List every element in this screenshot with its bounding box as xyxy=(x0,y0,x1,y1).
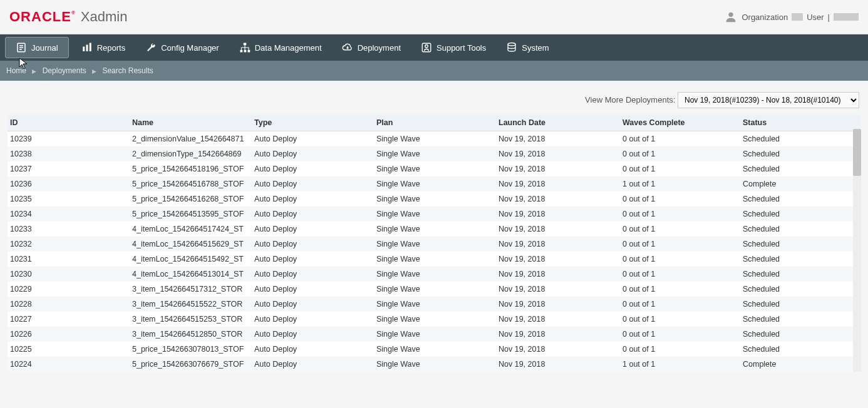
cell-type: Auto Deploy xyxy=(252,207,374,222)
view-more-row: View More Deployments: Nov 19, 2018(#102… xyxy=(0,87,868,115)
cell-plan: Single Wave xyxy=(374,191,496,207)
cell-id: 10234 xyxy=(8,207,130,222)
table-row[interactable]: 102273_item_1542664515253_STORAuto Deplo… xyxy=(8,312,860,327)
cell-id: 10236 xyxy=(8,176,130,191)
cell-plan: Single Wave xyxy=(374,267,496,282)
hierarchy-icon xyxy=(239,42,251,53)
wrench-icon xyxy=(145,42,157,53)
cell-waves: 0 out of 1 xyxy=(620,222,740,237)
cell-id: 10224 xyxy=(8,357,130,372)
table-row[interactable]: 102324_itemLoc_1542664515629_STAuto Depl… xyxy=(8,237,860,252)
cell-type: Auto Deploy xyxy=(252,222,374,237)
cell-status: Scheduled xyxy=(740,191,860,207)
cell-type: Auto Deploy xyxy=(252,191,374,207)
table-row[interactable]: 102255_price_1542663078013_STOFAuto Depl… xyxy=(8,342,860,357)
cell-type: Auto Deploy xyxy=(252,312,374,327)
cell-plan: Single Wave xyxy=(374,222,496,237)
nav-journal[interactable]: Journal xyxy=(5,37,69,58)
org-value-placeholder xyxy=(792,13,803,21)
nav-reports[interactable]: Reports xyxy=(71,34,136,61)
table-row[interactable]: 102263_item_1542664512850_STORAuto Deplo… xyxy=(8,327,860,342)
cell-waves: 0 out of 1 xyxy=(620,252,740,267)
cell-id: 10239 xyxy=(8,131,130,147)
table-row[interactable]: 102365_price_1542664516788_STOFAuto Depl… xyxy=(8,176,860,191)
cell-type: Auto Deploy xyxy=(252,237,374,252)
cell-type: Auto Deploy xyxy=(252,327,374,342)
cell-type: Auto Deploy xyxy=(252,161,374,176)
cell-status: Complete xyxy=(740,176,860,191)
cell-plan: Single Wave xyxy=(374,342,496,357)
cell-plan: Single Wave xyxy=(374,252,496,267)
cell-launch: Nov 19, 2018 xyxy=(496,222,620,237)
bar-chart-icon xyxy=(81,42,93,53)
cell-plan: Single Wave xyxy=(374,282,496,297)
breadcrumb-deployments[interactable]: Deployments xyxy=(43,66,86,75)
cell-type: Auto Deploy xyxy=(252,146,374,161)
view-more-select[interactable]: Nov 19, 2018(#10239) - Nov 18, 2018(#101… xyxy=(678,92,859,108)
svg-rect-8 xyxy=(243,43,246,46)
col-header-type[interactable]: Type xyxy=(252,115,374,131)
cell-status: Scheduled xyxy=(740,342,860,357)
cell-plan: Single Wave xyxy=(374,146,496,161)
table-row[interactable]: 102283_item_1542664515522_STORAuto Deplo… xyxy=(8,297,860,312)
col-header-status[interactable]: Status xyxy=(740,115,860,131)
nav-deployment[interactable]: Deployment xyxy=(332,34,411,61)
table-row[interactable]: 102392_dimensionValue_1542664871Auto Dep… xyxy=(8,131,860,147)
cell-launch: Nov 19, 2018 xyxy=(496,176,620,191)
cell-launch: Nov 19, 2018 xyxy=(496,327,620,342)
col-header-id[interactable]: ID xyxy=(8,115,130,131)
table-body: 102392_dimensionValue_1542664871Auto Dep… xyxy=(8,131,860,372)
col-header-launch[interactable]: Launch Date xyxy=(496,115,620,131)
nav-data-management[interactable]: Data Management xyxy=(229,34,332,61)
cell-waves: 1 out of 1 xyxy=(620,176,740,191)
cell-id: 10238 xyxy=(8,146,130,161)
cell-name: 3_item_1542664517312_STOR xyxy=(130,282,252,297)
table-row[interactable]: 102245_price_1542663076679_STOFAuto Depl… xyxy=(8,357,860,372)
nav-support-tools[interactable]: Support Tools xyxy=(411,34,496,61)
cell-id: 10233 xyxy=(8,222,130,237)
table-row[interactable]: 102355_price_1542664516268_STOFAuto Depl… xyxy=(8,191,860,207)
cell-status: Complete xyxy=(740,357,860,372)
user-sep: | xyxy=(828,13,830,22)
table-row[interactable]: 102334_itemLoc_1542664517424_STAuto Depl… xyxy=(8,222,860,237)
cell-launch: Nov 19, 2018 xyxy=(496,252,620,267)
breadcrumb-home[interactable]: Home xyxy=(6,66,26,75)
cell-launch: Nov 19, 2018 xyxy=(496,146,620,161)
cell-waves: 0 out of 1 xyxy=(620,161,740,176)
col-header-waves[interactable]: Waves Complete xyxy=(620,115,740,131)
cell-waves: 0 out of 1 xyxy=(620,207,740,222)
nav-config-manager[interactable]: Config Manager xyxy=(135,34,229,61)
table-row[interactable]: 102382_dimensionType_1542664869Auto Depl… xyxy=(8,146,860,161)
cell-id: 10225 xyxy=(8,342,130,357)
svg-rect-11 xyxy=(247,50,250,53)
svg-rect-10 xyxy=(244,50,246,53)
cell-name: 4_itemLoc_1542664515629_ST xyxy=(130,237,252,252)
cell-launch: Nov 19, 2018 xyxy=(496,131,620,147)
support-icon xyxy=(421,42,432,53)
cell-status: Scheduled xyxy=(740,161,860,176)
nav-system[interactable]: System xyxy=(496,34,559,61)
cell-plan: Single Wave xyxy=(374,161,496,176)
user-area: Organization User | xyxy=(724,10,859,24)
cell-plan: Single Wave xyxy=(374,176,496,191)
table-row[interactable]: 102293_item_1542664517312_STORAuto Deplo… xyxy=(8,282,860,297)
cell-name: 4_itemLoc_1542664517424_ST xyxy=(130,222,252,237)
breadcrumb: Home ▶ Deployments ▶ Search Results xyxy=(0,61,868,81)
cell-status: Scheduled xyxy=(740,207,860,222)
table-row[interactable]: 102304_itemLoc_1542664513014_STAuto Depl… xyxy=(8,267,860,282)
col-header-plan[interactable]: Plan xyxy=(374,115,496,131)
col-header-name[interactable]: Name xyxy=(130,115,252,131)
cell-name: 5_price_1542663076679_STOF xyxy=(130,357,252,372)
cell-waves: 0 out of 1 xyxy=(620,146,740,161)
svg-point-0 xyxy=(729,13,733,17)
table-row[interactable]: 102375_price_1542664518196_STOFAuto Depl… xyxy=(8,161,860,176)
cell-status: Scheduled xyxy=(740,312,860,327)
table-row[interactable]: 102314_itemLoc_1542664515492_STAuto Depl… xyxy=(8,252,860,267)
scrollbar-thumb[interactable] xyxy=(853,129,861,176)
top-header: ORACLE® Xadmin Organization User | xyxy=(0,0,868,34)
table-row[interactable]: 102345_price_1542664513595_STOFAuto Depl… xyxy=(8,207,860,222)
cell-id: 10232 xyxy=(8,237,130,252)
nav-item-label: Support Tools xyxy=(437,43,486,53)
user-value-placeholder xyxy=(834,13,859,21)
cell-launch: Nov 19, 2018 xyxy=(496,342,620,357)
